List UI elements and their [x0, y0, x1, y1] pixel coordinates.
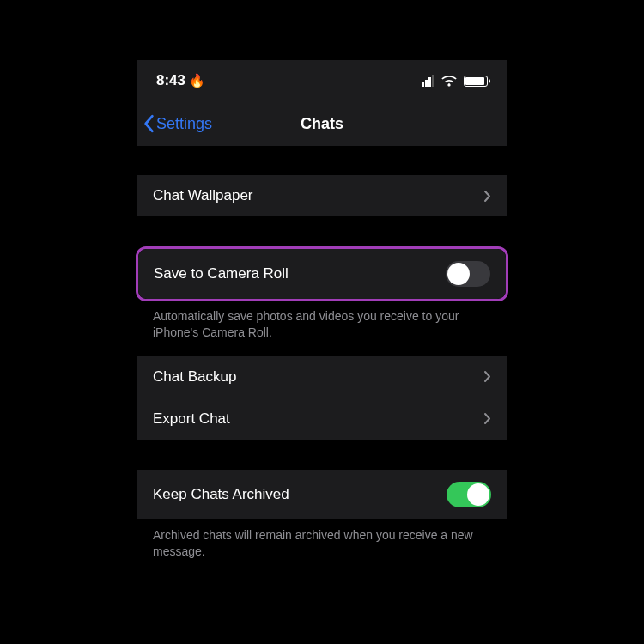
status-time: 8:43: [156, 72, 185, 89]
wifi-icon: [441, 76, 457, 87]
row-chat-wallpaper[interactable]: Chat Wallpaper: [137, 175, 507, 217]
highlight-save-to-camera-roll: Save to Camera Roll: [136, 246, 508, 301]
status-time-group: 8:43 🔥: [156, 72, 205, 89]
chevron-right-icon: [483, 412, 491, 425]
toggle-keep-chats-archived[interactable]: [447, 482, 491, 507]
page-title: Chats: [301, 115, 343, 133]
status-bar: 8:43 🔥: [137, 60, 507, 101]
row-export-chat[interactable]: Export Chat: [137, 398, 507, 440]
chevron-right-icon: [483, 190, 491, 203]
toggle-save-to-camera-roll[interactable]: [446, 261, 490, 287]
row-save-to-camera-roll[interactable]: Save to Camera Roll: [138, 249, 506, 299]
nav-bar: Settings Chats: [137, 101, 507, 146]
row-label: Export Chat: [153, 410, 230, 428]
row-label: Keep Chats Archived: [153, 486, 289, 503]
row-label: Chat Backup: [153, 368, 236, 386]
footer-keep-chats-archived: Archived chats will remain archived when…: [137, 520, 507, 572]
chevron-right-icon: [483, 370, 491, 383]
row-keep-chats-archived[interactable]: Keep Chats Archived: [137, 470, 507, 520]
row-label: Chat Wallpaper: [153, 187, 253, 204]
flame-icon: 🔥: [189, 73, 205, 88]
footer-save-to-camera-roll: Automatically save photos and videos you…: [137, 301, 507, 353]
phone-frame: 8:43 🔥 Settings Chats Chat Wallpaper: [137, 60, 507, 572]
toggle-knob: [467, 483, 489, 506]
cellular-signal-icon: [422, 75, 434, 87]
toggle-knob: [447, 263, 470, 285]
status-icons: [422, 75, 488, 87]
row-chat-backup[interactable]: Chat Backup: [137, 356, 507, 398]
row-label: Save to Camera Roll: [154, 265, 289, 283]
battery-icon: [464, 76, 488, 87]
back-label: Settings: [156, 115, 212, 133]
back-button[interactable]: Settings: [143, 114, 212, 133]
